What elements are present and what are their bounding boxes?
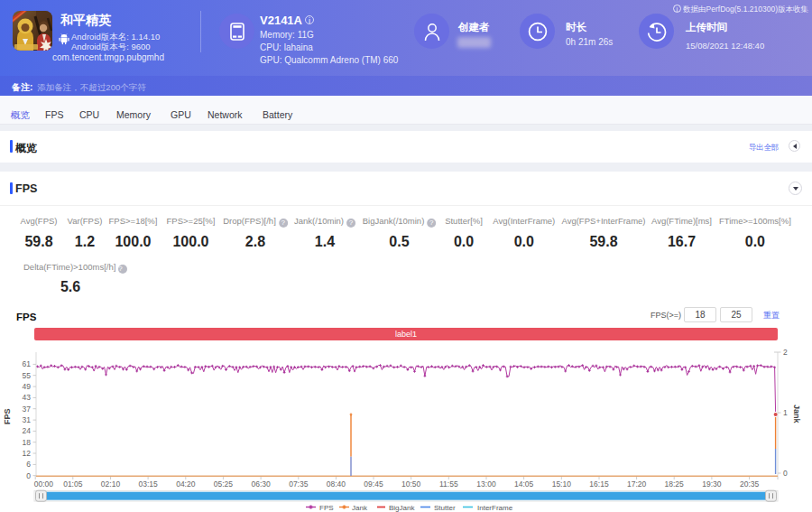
svg-text:07:35: 07:35 — [289, 479, 309, 489]
svg-text:6: 6 — [26, 460, 31, 469]
svg-text:14:05: 14:05 — [514, 479, 534, 489]
svg-text:24: 24 — [23, 426, 32, 435]
svg-text:49: 49 — [23, 382, 32, 391]
svg-text:18:25: 18:25 — [665, 479, 685, 489]
svg-text:Stutter: Stutter — [434, 504, 456, 512]
svg-text:16:15: 16:15 — [589, 479, 609, 489]
svg-text:18: 18 — [23, 438, 32, 447]
svg-text:2: 2 — [783, 348, 788, 357]
svg-text:09:45: 09:45 — [364, 479, 383, 489]
svg-text:0: 0 — [26, 471, 31, 480]
svg-text:10:50: 10:50 — [401, 479, 421, 489]
svg-text:00:00: 00:00 — [34, 479, 54, 489]
svg-text:04:20: 04:20 — [176, 479, 196, 489]
svg-text:03:15: 03:15 — [138, 479, 158, 489]
svg-text:02:10: 02:10 — [101, 479, 121, 489]
svg-text:37: 37 — [23, 405, 32, 414]
svg-text:06:30: 06:30 — [251, 479, 271, 489]
svg-text:13:00: 13:00 — [476, 479, 496, 489]
svg-text:0: 0 — [783, 469, 788, 478]
svg-text:Jank: Jank — [352, 504, 368, 512]
svg-text:12: 12 — [23, 449, 32, 458]
svg-text:17:20: 17:20 — [627, 479, 647, 489]
svg-text:43: 43 — [23, 393, 32, 402]
svg-text:15:10: 15:10 — [552, 479, 572, 489]
svg-text:FPS: FPS — [3, 408, 12, 424]
svg-text:BigJank: BigJank — [389, 504, 415, 512]
svg-text:05:25: 05:25 — [214, 479, 234, 489]
svg-text:1: 1 — [783, 408, 788, 417]
svg-text:61: 61 — [23, 359, 32, 368]
svg-text:FPS: FPS — [319, 504, 334, 512]
svg-text:InterFrame: InterFrame — [477, 504, 513, 512]
svg-text:label1: label1 — [395, 330, 417, 339]
svg-text:Jank: Jank — [792, 405, 801, 424]
svg-text:01:05: 01:05 — [63, 479, 83, 489]
svg-text:19:30: 19:30 — [702, 479, 722, 489]
svg-text:11:55: 11:55 — [439, 479, 458, 489]
svg-text:20:35: 20:35 — [740, 479, 760, 489]
svg-text:55: 55 — [23, 371, 32, 380]
svg-text:08:40: 08:40 — [327, 479, 346, 489]
svg-text:31: 31 — [23, 415, 32, 424]
